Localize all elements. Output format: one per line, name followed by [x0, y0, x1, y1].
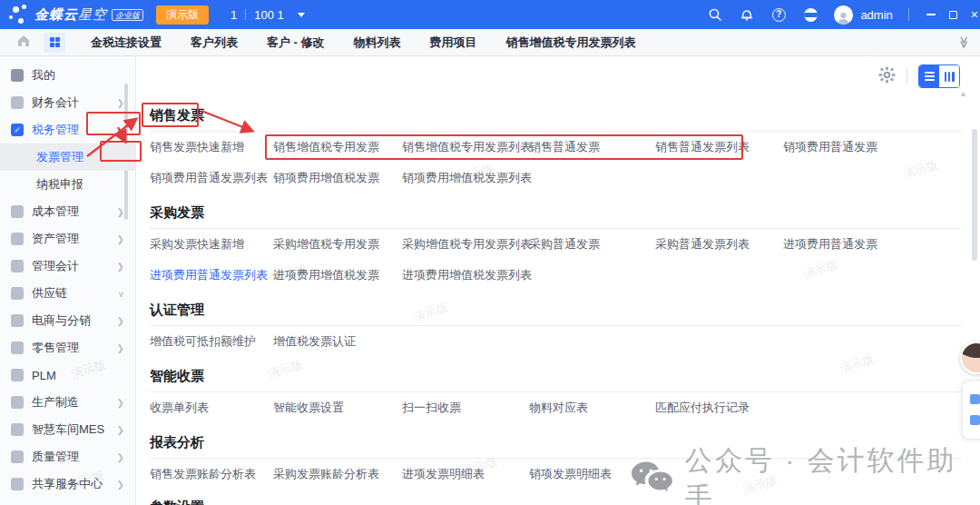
menu-item[interactable]: 采购发票快速新增: [150, 229, 273, 260]
settings-gear-icon[interactable]: [878, 66, 896, 87]
sidebar-item-label: 纳税申报: [36, 176, 83, 193]
menu-item[interactable]: 销售发票快速新增: [150, 132, 273, 163]
chevron-right-icon: ❯: [117, 425, 124, 435]
menu-item-label: 采购发票快速新增: [150, 236, 244, 252]
sidebar-item-plm[interactable]: PLM: [0, 361, 135, 389]
menu-item[interactable]: 智能收票设置: [273, 392, 402, 423]
window-close-button[interactable]: ×: [971, 10, 978, 19]
sidebar-item-supply-chain[interactable]: 供应链∨: [0, 280, 135, 307]
chevron-right-icon: ❯: [117, 316, 124, 326]
menu-item[interactable]: 采购发票账龄分析表: [273, 459, 402, 490]
menu-item[interactable]: 销项费用增值税发票列表: [402, 163, 529, 193]
menu-item-label: 增值税发票认证: [273, 333, 356, 350]
menu-item[interactable]: 采购普通发票列表: [655, 229, 783, 260]
assistant-panel[interactable]: [962, 380, 980, 440]
menu-item-label: 销售增值税专用发票: [273, 139, 379, 155]
sidebar-item-label: 财务会计: [32, 94, 79, 111]
sidebar-item-tax[interactable]: ✓税务管理∨: [0, 116, 135, 144]
menu-item[interactable]: 增值税发票认证: [273, 326, 402, 357]
menu-item-label: 进项发票明细表: [402, 466, 485, 482]
sidebar-item-ecommerce[interactable]: 电商与分销❯: [0, 307, 135, 334]
menu-item[interactable]: 销项发票明细表: [529, 459, 655, 490]
list-view-icon[interactable]: [919, 65, 939, 87]
sidebar-item-finance[interactable]: 财务会计❯: [0, 89, 135, 116]
menu-item[interactable]: 匹配应付执行记录: [655, 392, 783, 423]
menu-item-label: 采购增值税专用发票列表: [402, 236, 532, 252]
assistant-panel-icon-2[interactable]: [970, 415, 980, 425]
workspace-switcher[interactable]: 1 100 1: [230, 8, 305, 22]
sidebar-item-mes[interactable]: 智慧车间MES❯: [0, 416, 135, 443]
window-minimize-button[interactable]: [926, 14, 936, 15]
sidebar-item-tax-filing[interactable]: 纳税申报: [0, 171, 135, 198]
sidebar-item-my[interactable]: 我的: [0, 62, 135, 89]
tabbar: 金税连接设置客户列表客户 - 修改物料列表费用项目销售增值税专用发票列表 ≫: [0, 29, 980, 56]
theme-icon[interactable]: [802, 6, 818, 23]
help-icon[interactable]: ?: [770, 6, 787, 23]
sidebar-item-shared-service[interactable]: 共享服务中心❯: [0, 470, 135, 498]
sidebar-item-mgmt-accounting[interactable]: 管理会计❯: [0, 252, 135, 280]
asset-icon: [11, 233, 24, 245]
menu-item[interactable]: 销项费用普通发票: [783, 132, 962, 163]
app-grid-icon[interactable]: [44, 33, 65, 53]
menu-item[interactable]: 进项费用普通发票列表☆: [150, 260, 273, 291]
menu-item[interactable]: 采购增值税专用发票列表: [402, 229, 529, 260]
sidebar-item-retail[interactable]: 零售管理❯: [0, 334, 135, 361]
chevron-right-icon: ❯: [117, 343, 124, 353]
tab-1[interactable]: 金税连接设置: [76, 29, 176, 56]
user-avatar[interactable]: [834, 5, 853, 25]
notification-bell-icon[interactable]: [739, 6, 755, 23]
finance-icon: [11, 96, 24, 109]
menu-item[interactable]: 销售发票账龄分析表: [150, 459, 273, 490]
assistant-panel-icon-1[interactable]: [970, 394, 980, 404]
chevron-right-icon: ❯: [117, 480, 124, 490]
tab-3[interactable]: 客户 - 修改: [252, 29, 339, 56]
tab-2[interactable]: 客户列表: [176, 29, 252, 56]
menu-item[interactable]: 销售增值税专用发票列表: [402, 132, 529, 163]
section-title: 销售发票: [150, 105, 962, 125]
sidebar-item-quality[interactable]: 质量管理❯: [0, 443, 135, 470]
assistant-avatar[interactable]: [960, 342, 980, 374]
username-label: admin: [860, 8, 892, 22]
sidebar-item-asset[interactable]: 资产管理❯: [0, 225, 135, 252]
column-view-icon[interactable]: [939, 65, 959, 87]
sidebar-item-label: 发票管理: [36, 149, 83, 165]
menu-item[interactable]: 进项发票明细表: [402, 459, 529, 490]
main-scrollbar[interactable]: [972, 129, 977, 261]
menu-item-label: 进项费用普通发票: [783, 236, 877, 252]
plm-icon: [11, 369, 24, 381]
menu-item[interactable]: 扫一扫收票: [402, 392, 529, 423]
sidebar-item-cost[interactable]: 成本管理❯: [0, 198, 135, 225]
menu-item[interactable]: 销售普通发票列表: [655, 132, 783, 163]
menu-item-label: 销项费用普通发票: [783, 139, 877, 155]
tab-4[interactable]: 物料列表: [339, 29, 416, 56]
section-4: 智能收票收票单列表智能收票设置扫一扫收票物料对应表匹配应付执行记录: [150, 357, 962, 423]
menu-item-label: 扫一扫收票: [402, 400, 461, 416]
search-icon[interactable]: [707, 6, 723, 23]
menu-item[interactable]: 采购普通发票: [529, 229, 655, 260]
menu-item-label: 采购普通发票列表: [655, 236, 750, 252]
menu-item[interactable]: 销项费用普通发票列表: [150, 163, 273, 193]
window-maximize-button[interactable]: [949, 11, 957, 19]
menu-item[interactable]: 进项费用增值税发票列表: [402, 260, 529, 291]
tab-6[interactable]: 销售增值税专用发票列表: [492, 29, 651, 56]
home-icon[interactable]: [16, 34, 31, 51]
menu-item[interactable]: 销售普通发票: [529, 132, 655, 163]
shared-service-icon: [11, 478, 24, 490]
menu-item[interactable]: 销项费用增值税发票: [273, 163, 402, 193]
menu-item[interactable]: 进项费用增值税发票: [273, 260, 402, 291]
menu-item-label: 匹配应付执行记录: [655, 400, 750, 416]
menu-item[interactable]: 进项费用普通发票: [783, 229, 962, 260]
menu-item[interactable]: 增值税可抵扣额维护: [150, 326, 273, 357]
menu-item[interactable]: 采购增值税专用发票: [273, 229, 402, 260]
menu-item[interactable]: 收票单列表: [150, 392, 273, 423]
collapse-tabs-icon[interactable]: ≫: [958, 36, 972, 49]
menu-item-label: 销售发票账龄分析表: [150, 466, 256, 482]
menu-item[interactable]: 物料对应表: [529, 392, 655, 423]
sidebar-item-manufacturing[interactable]: 生产制造❯: [0, 389, 135, 416]
sidebar-item-invoice-mgmt[interactable]: 发票管理: [0, 144, 135, 171]
quality-icon: [11, 451, 24, 463]
tab-5[interactable]: 费用项目: [416, 29, 492, 56]
scroll-up-caret-icon[interactable]: ▲: [959, 89, 967, 98]
toolbar-divider: [906, 68, 907, 84]
menu-item[interactable]: 销售增值税专用发票: [273, 132, 402, 163]
